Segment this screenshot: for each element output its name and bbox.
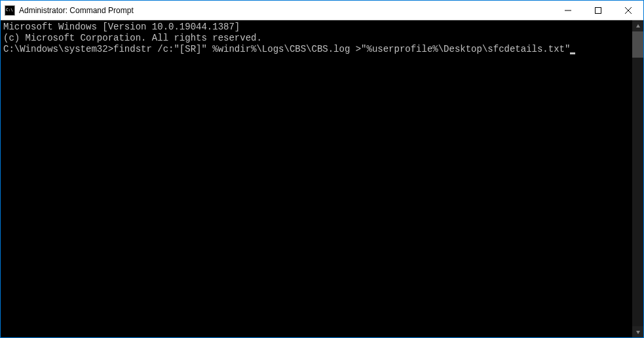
scroll-up-button[interactable] <box>632 20 643 31</box>
prompt-line: C:\Windows\system32>findstr /c:"[SR]" %w… <box>3 44 630 55</box>
client-area: Microsoft Windows [Version 10.0.19044.13… <box>1 20 643 337</box>
svg-marker-7 <box>636 24 640 28</box>
scroll-track[interactable] <box>632 31 643 326</box>
close-button[interactable] <box>613 1 643 20</box>
output-version-line: Microsoft Windows [Version 10.0.19044.13… <box>3 22 630 33</box>
text-cursor <box>570 52 575 54</box>
command-prompt-window: C:\ Administrator: Command Prompt Micros… <box>0 0 644 338</box>
titlebar[interactable]: C:\ Administrator: Command Prompt <box>1 1 643 20</box>
vertical-scrollbar[interactable] <box>632 20 643 337</box>
app-icon: C:\ <box>5 5 15 16</box>
svg-marker-8 <box>636 331 640 334</box>
scroll-thumb[interactable] <box>632 31 643 58</box>
scroll-down-button[interactable] <box>632 326 643 337</box>
maximize-button[interactable] <box>583 1 613 20</box>
minimize-button[interactable] <box>553 1 583 20</box>
window-controls <box>553 1 643 20</box>
svg-rect-4 <box>596 7 601 13</box>
terminal-output[interactable]: Microsoft Windows [Version 10.0.19044.13… <box>1 20 632 337</box>
svg-text:C:\: C:\ <box>6 7 13 12</box>
command-text: findstr /c:"[SR]" %windir%\Logs\CBS\CBS.… <box>113 44 570 54</box>
output-copyright-line: (c) Microsoft Corporation. All rights re… <box>3 33 630 44</box>
prompt-text: C:\Windows\system32> <box>3 44 113 54</box>
window-title: Administrator: Command Prompt <box>19 6 553 15</box>
